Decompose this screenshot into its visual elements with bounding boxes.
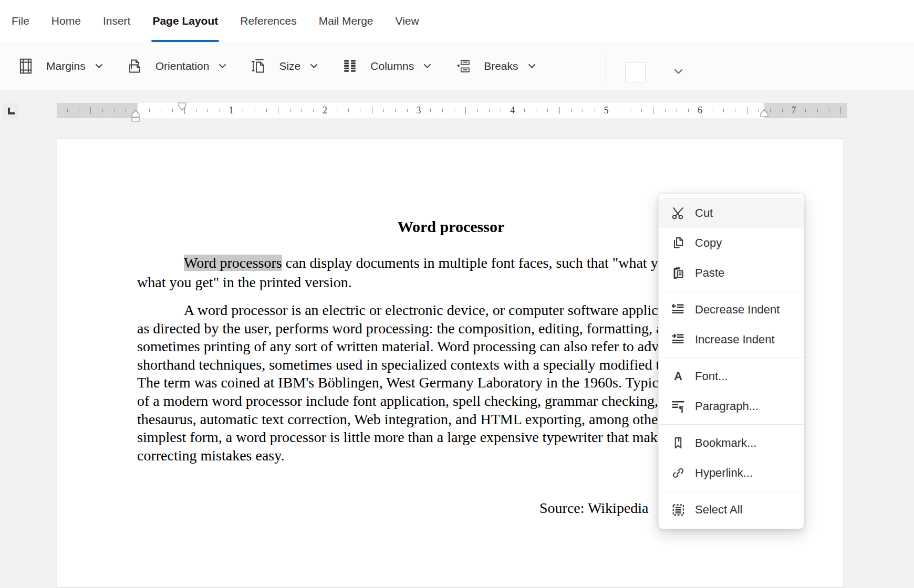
menu-tab-page-layout[interactable]: Page Layout <box>152 0 218 42</box>
menu-tab-mail-merge[interactable]: Mail Merge <box>319 0 373 42</box>
paragraph2-line1: A word processor is an electric or elect… <box>184 301 721 319</box>
ruler-tick <box>712 109 712 112</box>
menu-tab-label: View <box>396 15 419 27</box>
chevron-down-icon <box>95 64 103 69</box>
menu-tab-home[interactable]: Home <box>51 0 81 42</box>
breaks-icon <box>455 58 472 75</box>
ruler-tick <box>313 109 314 112</box>
ruler-tick <box>161 109 161 112</box>
ruler-tick <box>337 109 337 112</box>
ruler-tick <box>571 109 572 112</box>
context-menu-item-increase-indent[interactable]: Increase Indent <box>659 324 804 354</box>
context-menu-item-cut[interactable]: Cut <box>659 198 804 228</box>
ruler-tick <box>302 109 302 112</box>
menu-tab-strip: FileHomeInsertPage LayoutReferencesMail … <box>0 0 914 42</box>
ruler-tick <box>454 109 454 112</box>
breaks-button[interactable]: Breaks <box>455 58 535 75</box>
hanging-indent-marker[interactable] <box>131 110 140 124</box>
ruler-tick <box>641 109 642 112</box>
paragraph2-line4: shorthand techniques, sometimes used in … <box>137 356 719 374</box>
paragraph-icon: ¶ <box>670 398 686 414</box>
ruler-tick <box>383 109 384 112</box>
context-menu-item-label: Hyperlink... <box>695 466 753 480</box>
scissors-icon <box>670 205 686 221</box>
menu-separator <box>659 291 804 291</box>
ruler-tick <box>723 109 724 112</box>
ruler-tick <box>477 109 478 112</box>
decrease-indent-icon <box>670 302 686 318</box>
ruler-tick <box>172 109 173 112</box>
paste-icon <box>670 265 686 281</box>
context-menu-item-hyperlink[interactable]: Hyperlink... <box>659 458 804 488</box>
context-menu-item-decrease-indent[interactable]: Decrease Indent <box>659 295 804 324</box>
chevron-down-icon <box>423 64 431 69</box>
toolbar-button-group: MarginsOrientationSizeColumnsBreaks <box>0 42 914 90</box>
paragraph1-line2: what you get" in the printed version. <box>137 274 352 291</box>
menu-separator <box>659 424 804 425</box>
ruler-tick <box>290 109 290 112</box>
ruler-tick <box>829 109 829 112</box>
first-line-indent-marker[interactable] <box>178 102 186 113</box>
context-menu-item-bookmark[interactable]: Bookmark... <box>659 428 804 458</box>
context-menu-item-label: Bookmark... <box>695 436 756 450</box>
orientation-button[interactable]: Orientation <box>127 58 227 75</box>
ruler-tick <box>547 109 548 112</box>
menu-tab-label: References <box>240 15 296 27</box>
right-indent-marker[interactable] <box>760 109 768 120</box>
ruler-tab-stop-selector[interactable] <box>3 103 19 119</box>
paragraph2-line5: The term was coined at IBM's Böblingen, … <box>137 374 720 392</box>
context-menu-item-copy[interactable]: Copy <box>659 228 804 258</box>
margins-button[interactable]: Margins <box>18 58 103 75</box>
ruler-tick <box>677 109 677 112</box>
increase-indent-icon <box>670 332 686 348</box>
menu-tab-references[interactable]: References <box>240 0 296 42</box>
ruler-tick <box>817 109 818 112</box>
menu-tab-label: Insert <box>103 15 131 27</box>
ruler-tick <box>489 109 490 112</box>
context-menu-item-paragraph[interactable]: ¶Paragraph... <box>659 391 804 421</box>
menu-tab-file[interactable]: File <box>12 0 29 42</box>
context-menu-item-label: Font... <box>695 370 728 383</box>
svg-text:¶: ¶ <box>679 404 683 414</box>
toolbar-divider <box>606 50 606 82</box>
menu-separator <box>659 491 804 491</box>
chevron-down-icon <box>219 64 226 69</box>
page-color-swatch[interactable] <box>625 62 646 82</box>
context-menu-item-label: Cut <box>695 206 713 220</box>
ruler-tick <box>536 109 536 112</box>
ruler-tick <box>583 109 583 112</box>
chevron-down-icon <box>528 64 536 69</box>
font-icon: A <box>670 369 686 384</box>
horizontal-ruler[interactable]: 1234567 <box>57 103 847 118</box>
context-menu-item-paste[interactable]: Paste <box>659 258 804 288</box>
page-color-dropdown-chevron-icon[interactable] <box>674 67 683 77</box>
ruler-number: 2 <box>323 103 327 118</box>
context-menu-item-label: Paste <box>695 266 724 280</box>
ruler-tick <box>524 109 525 112</box>
context-menu-item-label: Paragraph... <box>695 400 759 413</box>
menu-tab-insert[interactable]: Insert <box>103 0 131 42</box>
menu-tab-view[interactable]: View <box>396 0 419 42</box>
ruler-tick <box>102 109 103 112</box>
ruler-tick <box>67 109 68 112</box>
columns-button[interactable]: Columns <box>342 58 431 75</box>
hyperlink-icon <box>670 465 686 481</box>
ruler-tick <box>840 107 841 114</box>
context-menu-item-label: Decrease Indent <box>695 303 780 317</box>
toolbar-button-label: Breaks <box>484 60 518 72</box>
ribbon-toolbar: MarginsOrientationSizeColumnsBreaks <box>0 42 914 90</box>
ruler-tick <box>630 109 630 112</box>
ruler-tick <box>430 109 431 112</box>
menu-separator <box>659 358 804 358</box>
svg-text:A: A <box>674 370 682 383</box>
context-menu-item-font[interactable]: AFont... <box>659 361 804 391</box>
columns-icon <box>342 58 359 75</box>
ruler-tick <box>278 107 278 114</box>
ruler-tick <box>220 109 220 112</box>
copy-icon <box>670 235 686 251</box>
context-menu-item-select-all[interactable]: Select All <box>659 495 804 524</box>
ruler-tick <box>747 107 747 114</box>
size-button[interactable]: Size <box>251 58 318 75</box>
ruler-number: 4 <box>510 103 515 118</box>
orientation-icon <box>127 58 144 75</box>
